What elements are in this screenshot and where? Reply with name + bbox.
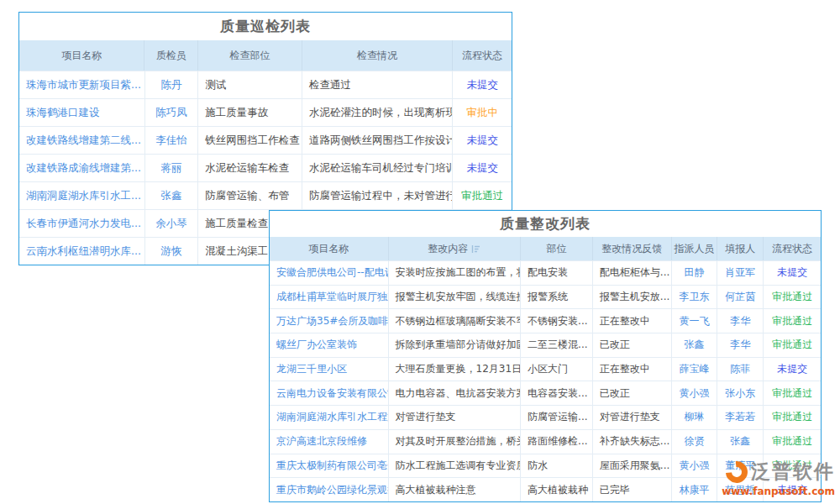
- inspection-part: 施工质量事故: [198, 99, 302, 126]
- table-row: 改建铁路线增建第二线... 李佳怡 铁丝网围挡工作检查 道路两侧铁丝网围挡工作按…: [19, 126, 512, 154]
- inspection-part: 水泥砼运输车检查: [198, 155, 302, 181]
- table-row: 螺丝厂办公室装饰 拆除到承重墙部分请做好加固... 二至三楼混... 已改正 张…: [270, 333, 821, 357]
- status-text: 审批通过: [764, 430, 821, 454]
- project-name-link[interactable]: 螺丝厂办公室装饰: [270, 333, 389, 357]
- reporter-link[interactable]: 李若若: [717, 406, 764, 429]
- reporter-link[interactable]: 肖亚军: [717, 261, 764, 285]
- table-row: 改建铁路成渝线增建第... 蒋丽 水泥砼运输车检查 水泥砼运输车司机经过专门培训…: [19, 154, 512, 181]
- feedback: 屋面采用聚氨...: [593, 454, 672, 478]
- table-row: 万达广场35#会所及咖啡厅空... 不锈钢边框玻璃隔断安装不牢... 不锈钢安装…: [270, 308, 821, 333]
- rectify-content: 报警主机安放牢固，线缆连接...: [389, 286, 522, 309]
- project-name-link[interactable]: 成都杜甫草堂临时展厅独立展...: [270, 286, 389, 309]
- assignee-link[interactable]: 黄小强: [672, 381, 718, 405]
- part: 不锈钢安装...: [521, 309, 593, 333]
- part: 防腐管运输...: [521, 406, 593, 429]
- part: 电容器安装...: [521, 381, 593, 405]
- header-project-name: 项目名称: [19, 40, 144, 71]
- status-text: 审批通过: [764, 406, 821, 429]
- rectify-content: 对其及时开展整治措施，桥头...: [389, 430, 522, 454]
- watermark-brand: 泛普软件: [751, 459, 835, 485]
- inspection-part: 铁丝网围挡工作检查: [198, 127, 302, 154]
- project-name-link[interactable]: 重庆太极制药有限公司亳州中...: [270, 454, 389, 478]
- table-row: 珠海市城市更新项目紫... 陈丹 测试 检查通过 未提交: [19, 71, 512, 98]
- inspection-situation: 水泥砼灌注的时候，出现离析现象: [302, 99, 453, 126]
- reporter-link[interactable]: 张鑫: [717, 430, 764, 454]
- reporter-link[interactable]: 李华: [717, 309, 764, 333]
- header-assignee: 指派人员: [672, 237, 718, 260]
- assignee-link[interactable]: 薛宝峰: [672, 358, 718, 381]
- project-name-link[interactable]: 湖南洞庭湖水库引水工程施工I标: [270, 406, 389, 429]
- assignee-link[interactable]: 张鑫: [672, 333, 718, 357]
- assignee-link[interactable]: 林康平: [672, 478, 718, 501]
- inspector-link[interactable]: 游恢: [145, 238, 199, 265]
- inspector-link[interactable]: 余小琴: [145, 210, 199, 237]
- reporter-link[interactable]: 张小东: [717, 381, 764, 405]
- feedback: 配电柜柜体与...: [593, 261, 672, 285]
- inspection-part: 防腐管运输、布管: [198, 182, 302, 209]
- status-text: 未提交: [764, 358, 821, 381]
- inspector-link[interactable]: 李佳怡: [145, 127, 199, 154]
- part: 报警系统: [521, 286, 593, 309]
- reporter-link[interactable]: 陈菲: [717, 358, 764, 381]
- reporter-link[interactable]: 李华: [717, 333, 764, 357]
- project-name-link[interactable]: 湖南洞庭湖水库引水工...: [19, 182, 145, 209]
- project-name-link[interactable]: 京沪高速北京段维修: [270, 430, 389, 454]
- assignee-link[interactable]: 田静: [672, 261, 718, 285]
- table-row: 珠海鹤港口建设 陈巧凤 施工质量事故 水泥砼灌注的时候，出现离析现象 审批中: [19, 98, 512, 126]
- assignee-link[interactable]: 黄小强: [672, 454, 718, 478]
- feedback: 报警主机安放...: [593, 286, 672, 309]
- part: 二至三楼混...: [521, 333, 593, 357]
- header-inspector: 质检员: [144, 40, 198, 71]
- inspection-part: 测试: [198, 71, 302, 98]
- rectify-content: 防水工程施工选调有专业资质...: [389, 454, 522, 478]
- sort-icon[interactable]: [471, 244, 480, 254]
- rectify-content: 对管进行垫支: [389, 406, 522, 429]
- status-text: 未提交: [764, 261, 821, 285]
- inspector-link[interactable]: 陈丹: [145, 71, 199, 98]
- feedback: 补齐缺失标志...: [593, 430, 672, 454]
- project-name-link[interactable]: 长春市伊通河水力发电...: [19, 210, 145, 237]
- project-name-link[interactable]: 珠海鹤港口建设: [19, 99, 145, 126]
- header-inspection-situation: 检查情况: [302, 40, 453, 71]
- part: 路面维修检...: [521, 430, 593, 454]
- header-part: 部位: [521, 237, 593, 260]
- project-name-link[interactable]: 重庆市鹅岭公园绿化景观提升...: [270, 478, 389, 501]
- rectify-content: 拆除到承重墙部分请做好加固...: [389, 333, 522, 357]
- part: 高大植被栽种: [521, 478, 593, 501]
- inspector-link[interactable]: 陈巧凤: [145, 99, 199, 126]
- project-name-link[interactable]: 改建铁路线增建第二线...: [19, 127, 145, 154]
- inspection-situation: 检查通过: [302, 71, 453, 98]
- rectify-content: 大理石质量更换，12月31日之...: [389, 358, 522, 381]
- project-name-link[interactable]: 万达广场35#会所及咖啡厅空...: [270, 309, 389, 333]
- table-row: 龙湖三千里小区 大理石质量更换，12月31日之... 小区大门 正在整改中 薛宝…: [270, 357, 821, 381]
- rectification-table-title: 质量整改列表: [270, 211, 821, 237]
- reporter-link[interactable]: 何芷茵: [717, 286, 764, 309]
- project-name-link[interactable]: 云南水利枢纽潜明水库...: [19, 238, 145, 265]
- status-text: 审批通过: [453, 182, 512, 209]
- inspector-link[interactable]: 蒋丽: [145, 155, 199, 181]
- assignee-link[interactable]: 柳琳: [672, 406, 718, 429]
- inspection-situation: 道路两侧铁丝网围挡工作按设计...: [302, 127, 453, 154]
- status-text: 未提交: [453, 155, 512, 181]
- project-name-link[interactable]: 安徽合肥供电公司--配电设备...: [270, 261, 389, 285]
- feedback: 已完毕: [593, 478, 672, 501]
- part: 小区大门: [521, 358, 593, 381]
- table-row: 湖南洞庭湖水库引水工... 张鑫 防腐管运输、布管 防腐管运输过程中，未对管进行…: [19, 181, 512, 209]
- assignee-link[interactable]: 徐贤: [672, 430, 718, 454]
- project-name-link[interactable]: 云南电力设备安装有限公司20...: [270, 381, 389, 405]
- inspector-link[interactable]: 张鑫: [145, 182, 199, 209]
- table-row: 成都杜甫草堂临时展厅独立展... 报警主机安放牢固，线缆连接... 报警系统 报…: [270, 285, 821, 309]
- project-name-link[interactable]: 珠海市城市更新项目紫...: [19, 71, 145, 98]
- project-name-link[interactable]: 龙湖三千里小区: [270, 358, 389, 381]
- table-row: 京沪高速北京段维修 对其及时开展整治措施，桥头... 路面维修检... 补齐缺失…: [270, 429, 821, 454]
- project-name-link[interactable]: 改建铁路成渝线增建第...: [19, 155, 145, 181]
- header-reporter: 填报人: [717, 237, 764, 260]
- rectify-content: 电力电容器、电抗器安装方案,...: [389, 381, 522, 405]
- table-row: 安徽合肥供电公司--配电设备... 安装时应按施工图的布置，将... 配电安装 …: [270, 260, 821, 285]
- header-status: 流程状态: [453, 40, 512, 71]
- feedback: 对管进行垫支: [593, 406, 672, 429]
- assignee-link[interactable]: 黄一飞: [672, 309, 718, 333]
- header-rectify-content[interactable]: 整改内容: [389, 237, 522, 260]
- header-inspection-part: 检查部位: [198, 40, 302, 71]
- assignee-link[interactable]: 李卫东: [672, 286, 718, 309]
